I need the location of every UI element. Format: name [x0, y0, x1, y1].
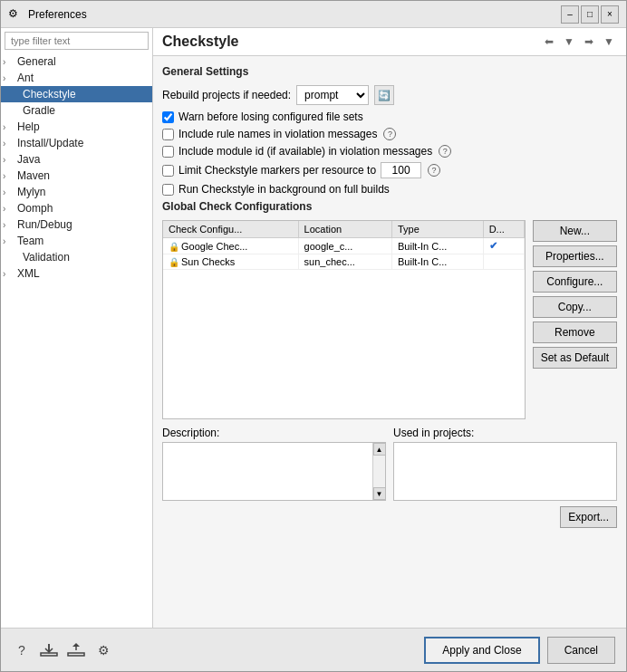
- col-default: D...: [483, 221, 524, 238]
- expand-arrow-xml: ›: [3, 269, 17, 279]
- sidebar-item-label-oomph: Oomph: [17, 202, 53, 215]
- lock-icon: 🔒: [169, 257, 179, 267]
- remove-button[interactable]: Remove: [533, 322, 617, 343]
- google-config-default: ✔: [483, 238, 524, 254]
- warn-losing-checkbox[interactable]: [162, 111, 174, 123]
- table-row[interactable]: 🔒Sun Checks sun_chec... Built-In C...: [163, 254, 524, 270]
- description-scrollbar[interactable]: ▲ ▼: [372, 443, 385, 500]
- sun-config-type: Built-In C...: [392, 254, 484, 270]
- limit-markers-checkbox[interactable]: [162, 165, 174, 177]
- dropdown-icon[interactable]: ▼: [561, 34, 577, 50]
- limit-markers-row: Limit Checkstyle markers per resource to…: [162, 162, 617, 178]
- sidebar-item-label-validation: Validation: [23, 251, 70, 264]
- panel-title: Checkstyle: [162, 34, 239, 50]
- sidebar-item-ant[interactable]: ›Ant: [1, 70, 152, 86]
- expand-arrow-ant: ›: [3, 73, 17, 83]
- cancel-button[interactable]: Cancel: [547, 637, 615, 664]
- forward-dropdown-icon[interactable]: ▼: [601, 34, 617, 50]
- title-bar-controls: – □ ×: [561, 5, 619, 24]
- new-button[interactable]: New...: [533, 220, 617, 242]
- checkbox-rule-names: Include rule names in violation messages…: [162, 128, 617, 140]
- sidebar-item-label-install-update: Install/Update: [17, 137, 83, 149]
- footer-right: Apply and Close Cancel: [424, 637, 615, 664]
- google-config-name: 🔒Google Chec...: [163, 238, 298, 254]
- description-section: Description: ▲ ▼ Used in projects:: [162, 427, 617, 501]
- rebuild-dropdown[interactable]: prompt always never: [296, 85, 369, 105]
- warn-losing-label: Warn before losing configured file sets: [178, 110, 363, 123]
- config-buttons: New... Properties... Configure... Copy..…: [533, 220, 617, 419]
- background-label: Run Checkstyle in background on full bui…: [178, 183, 390, 196]
- sidebar-item-label-team: Team: [17, 235, 43, 247]
- rebuild-label: Rebuild projects if needed:: [162, 89, 291, 101]
- background-checkbox[interactable]: [162, 184, 174, 196]
- google-config-location: google_c...: [298, 238, 391, 254]
- module-id-help-icon[interactable]: ?: [439, 145, 451, 158]
- set-default-button[interactable]: Set as Default: [533, 347, 617, 369]
- module-id-checkbox[interactable]: [162, 146, 174, 158]
- header-icons: ⬅ ▼ ➡ ▼: [541, 34, 617, 50]
- sidebar-item-mylyn[interactable]: ›Mylyn: [1, 184, 152, 200]
- footer-left: ? ⚙: [12, 640, 113, 660]
- table-row[interactable]: 🔒Google Chec... google_c... Built-In C..…: [163, 238, 524, 254]
- table-header-row: Check Configu... Location Type D...: [163, 221, 524, 238]
- configure-button[interactable]: Configure...: [533, 271, 617, 293]
- sidebar-item-general[interactable]: ›General: [1, 53, 152, 70]
- rebuild-row: Rebuild projects if needed: prompt alway…: [162, 85, 617, 105]
- config-table-container[interactable]: Check Configu... Location Type D... 🔒Goo…: [162, 220, 526, 419]
- global-check-section: Global Check Configurations Check Config…: [162, 200, 617, 528]
- scroll-up-arrow[interactable]: ▲: [373, 443, 386, 456]
- limit-value-input[interactable]: [381, 162, 421, 178]
- export-button[interactable]: Export...: [560, 506, 617, 528]
- export-footer-icon[interactable]: [66, 640, 86, 660]
- content-area: ›General›Ant Checkstyle Gradle›Help›Inst…: [1, 28, 626, 628]
- main-content: General Settings Rebuild projects if nee…: [153, 56, 626, 628]
- expand-arrow-java: ›: [3, 155, 17, 165]
- sidebar-item-team[interactable]: ›Team: [1, 233, 152, 249]
- sidebar-item-run-debug[interactable]: ›Run/Debug: [1, 216, 152, 233]
- expand-arrow-install-update: ›: [3, 139, 17, 149]
- refresh-button[interactable]: 🔄: [374, 85, 394, 105]
- scroll-down-arrow[interactable]: ▼: [373, 487, 386, 500]
- sidebar-item-gradle[interactable]: Gradle: [1, 102, 152, 119]
- sidebar-item-maven[interactable]: ›Maven: [1, 168, 152, 184]
- sidebar-item-checkstyle[interactable]: Checkstyle: [1, 86, 152, 102]
- properties-button[interactable]: Properties...: [533, 245, 617, 267]
- rule-names-checkbox[interactable]: [162, 129, 174, 140]
- used-in-projects-block: Used in projects:: [393, 427, 617, 501]
- used-in-projects-area[interactable]: [393, 442, 617, 501]
- col-location: Location: [298, 221, 391, 238]
- maximize-button[interactable]: □: [581, 5, 599, 24]
- help-icon[interactable]: ?: [12, 640, 32, 660]
- settings-icon[interactable]: ⚙: [93, 640, 113, 660]
- filter-input[interactable]: [5, 32, 149, 50]
- rule-names-help-icon[interactable]: ?: [383, 128, 396, 140]
- copy-button[interactable]: Copy...: [533, 296, 617, 318]
- description-area[interactable]: ▲ ▼: [162, 442, 386, 501]
- sidebar-item-java[interactable]: ›Java: [1, 151, 152, 168]
- sidebar-item-install-update[interactable]: ›Install/Update: [1, 135, 152, 151]
- sidebar: ›General›Ant Checkstyle Gradle›Help›Inst…: [1, 28, 153, 628]
- forward-icon[interactable]: ➡: [581, 34, 597, 50]
- sidebar-item-oomph[interactable]: ›Oomph: [1, 200, 152, 216]
- description-label: Description:: [162, 427, 386, 439]
- col-type: Type: [392, 221, 484, 238]
- sun-config-name: 🔒Sun Checks: [163, 254, 298, 270]
- sidebar-item-label-help: Help: [17, 120, 40, 133]
- sidebar-item-help[interactable]: ›Help: [1, 119, 152, 135]
- apply-close-button[interactable]: Apply and Close: [424, 637, 539, 664]
- sidebar-item-validation[interactable]: Validation: [1, 249, 152, 265]
- import-icon[interactable]: [39, 640, 59, 660]
- configurations-panel: Check Configu... Location Type D... 🔒Goo…: [162, 220, 617, 419]
- minimize-button[interactable]: –: [561, 5, 579, 24]
- back-icon[interactable]: ⬅: [541, 34, 557, 50]
- limit-help-icon[interactable]: ?: [428, 164, 440, 177]
- rule-names-label: Include rule names in violation messages: [178, 128, 377, 140]
- close-button[interactable]: ×: [601, 5, 619, 24]
- sidebar-item-xml[interactable]: ›XML: [1, 265, 152, 282]
- expand-arrow-maven: ›: [3, 171, 17, 181]
- svg-rect-0: [41, 653, 57, 656]
- window-icon: ⚙: [8, 7, 23, 22]
- refresh-icon: 🔄: [378, 90, 391, 101]
- used-in-projects-label: Used in projects:: [393, 427, 617, 439]
- global-check-label: Global Check Configurations: [162, 200, 617, 213]
